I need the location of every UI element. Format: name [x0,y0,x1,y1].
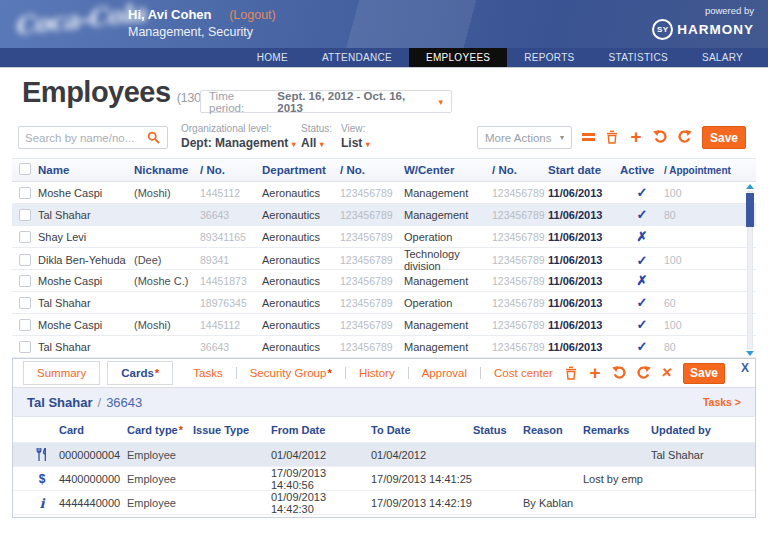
column-header-name[interactable]: Name [38,164,134,176]
table-scrollbar[interactable] [745,184,756,356]
save-button[interactable]: Save [702,126,746,149]
checkbox-cell [12,254,38,266]
column-header-w-center[interactable]: W/Center [404,164,492,176]
nav-item-statistics[interactable]: STATISTICS [592,48,685,67]
row-checkbox[interactable] [19,341,31,353]
row-checkbox[interactable] [19,319,31,331]
nav-item-home[interactable]: HOME [240,48,305,67]
tab-history[interactable]: History [345,367,395,379]
row-checkbox[interactable] [19,275,31,287]
table-row[interactable]: Moshe Caspi(Moshe C.)14451873Aeronautics… [12,270,756,292]
cell-nickname: (Dee) [134,254,200,266]
column-header--no-[interactable]: / No. [340,164,404,176]
column-header-start-date[interactable]: Start date [548,164,620,176]
redo-icon[interactable] [676,130,692,144]
tab-cards[interactable]: Cards* [107,361,173,385]
table-row[interactable]: Tal Shahar36643Aeronautics123456789Manag… [12,336,756,358]
table-row[interactable]: Moshe Caspi(Moshi)1445112Aeronautics1234… [12,314,756,336]
column-header-nickname[interactable]: Nickname [134,164,200,176]
column-header-active[interactable]: Active [620,164,664,176]
cell-wcenter-no: 123456789 [492,209,548,221]
cell-wcenter-no: 123456789 [492,319,548,331]
card-row[interactable]: i4444440000Employee01/09/2013 14:42:3017… [13,491,755,515]
tab-approval[interactable]: Approval [408,367,467,379]
scroll-down-icon[interactable] [746,351,754,356]
nav-item-attendance[interactable]: ATTENDANCE [305,48,409,67]
more-actions-dropdown[interactable]: More Actions ▾ [477,126,572,149]
redo-icon[interactable] [635,366,651,380]
cell-updated-by: Tal Shahar [651,449,755,461]
nav-item-reports[interactable]: REPORTS [507,48,591,67]
cell-start-date: 11/06/2013 [548,341,620,353]
time-period-dropdown[interactable]: Time period: Sept. 16, 2012 - Oct. 16, 2… [200,90,452,113]
org-level-dropdown[interactable]: Dept: Management ▾ [181,136,296,150]
column-header-department[interactable]: Department [262,164,340,176]
cut-icon[interactable]: × [658,363,677,383]
tasks-link[interactable]: Tasks > [703,396,741,408]
column-header-card[interactable]: Card [59,424,127,436]
select-all-checkbox[interactable] [19,163,31,175]
tab-cost-center[interactable]: Cost center [480,367,553,379]
nav-item-employees[interactable]: EMPLOYEES [409,48,507,67]
row-checkbox[interactable] [19,187,31,199]
active-check-icon: ✓ [620,295,664,310]
cell-dept-no: 123456789 [340,319,404,331]
cell-appointment: 60 [664,297,756,309]
row-checkbox[interactable] [19,209,31,221]
undo-icon[interactable] [652,130,668,144]
table-row[interactable]: Tal Shahar36643Aeronautics123456789Manag… [12,204,756,226]
column-header-to-date[interactable]: To Date [371,424,473,436]
active-x-icon: ✗ [620,273,664,288]
close-icon[interactable]: X [741,361,749,375]
search-input[interactable] [25,132,145,144]
info-icon: i [25,496,59,511]
column-header-status[interactable]: Status [473,424,523,436]
add-icon[interactable]: + [587,362,603,384]
tab-summary[interactable]: Summary [23,361,100,385]
trash-icon[interactable] [604,130,620,144]
table-row[interactable]: Dikla Ben-Yehuda(Dee)89341Aeronautics123… [12,248,756,270]
trash-icon[interactable] [563,366,579,380]
row-checkbox[interactable] [19,297,31,309]
column-header-issue-type[interactable]: Issue Type [193,424,271,436]
card-row[interactable]: $4400000000Employee17/09/2013 14:40:5617… [13,467,755,491]
tab-security-group[interactable]: Security Group* [236,367,332,379]
scroll-up-icon[interactable] [746,184,754,189]
search-icon[interactable] [145,131,161,144]
cell-wcenter: Management [404,319,492,331]
table-row[interactable]: Moshe Caspi(Moshi)1445112Aeronautics1234… [12,182,756,204]
view-dropdown[interactable]: List ▾ [341,136,370,150]
active-x-icon: ✗ [620,229,664,244]
tab-label: Summary [37,367,86,379]
row-checkbox[interactable] [19,231,31,243]
nav-item-salary[interactable]: SALARY [685,48,760,67]
column-header-reason[interactable]: Reason [523,424,583,436]
column-header-remarks[interactable]: Remarks [583,424,651,436]
undo-icon[interactable] [611,366,627,380]
cell-name: Dikla Ben-Yehuda [38,254,134,266]
column-header--appointment[interactable]: / Appointment [664,165,756,176]
status-dropdown[interactable]: All ▾ [301,136,332,150]
org-level-filter: Organizational level: Dept: Management ▾ [181,123,296,150]
row-checkbox[interactable] [19,254,31,266]
checkbox-cell [12,187,38,199]
cell-no: 1445112 [200,187,262,199]
main-nav: HOMEATTENDANCEEMPLOYEESREPORTSSTATISTICS… [0,48,768,68]
column-header--no-[interactable]: / No. [200,164,262,176]
scrollbar-thumb[interactable] [746,193,754,227]
cell-wcenter-no: 123456789 [492,231,548,243]
column-header-from-date[interactable]: From Date [271,424,371,436]
table-row[interactable]: Shay Levi89341165Aeronautics123456789Ope… [12,226,756,248]
column-header-label: Card type [127,424,178,436]
add-icon[interactable]: + [628,126,644,148]
column-header-card-type[interactable]: Card type* [127,424,193,436]
tab-tasks[interactable]: Tasks [193,367,222,379]
card-row[interactable]: 0000000004Employee01/04/201201/04/2012Ta… [13,443,755,467]
panel-save-button[interactable]: Save [683,363,725,384]
logout-link[interactable]: (Logout) [229,8,276,22]
cell-name: Tal Shahar [38,341,134,353]
column-header--no-[interactable]: / No. [492,164,548,176]
menu-icon[interactable] [580,132,596,142]
column-header-updated-by[interactable]: Updated by [651,424,755,436]
table-row[interactable]: Tal Shahar18976345Aeronautics123456789Op… [12,292,756,314]
